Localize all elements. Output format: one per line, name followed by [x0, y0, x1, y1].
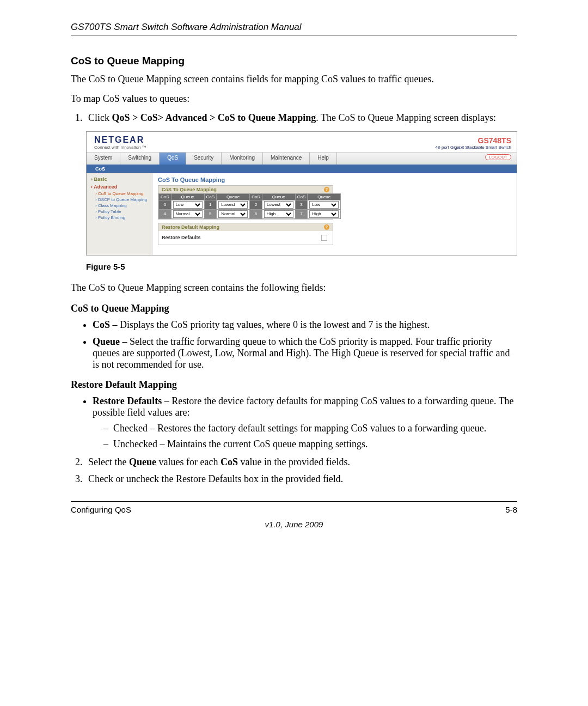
help-icon[interactable]: ? — [324, 187, 329, 192]
page-header: GS700TS Smart Switch Software Administra… — [71, 22, 517, 33]
cos-2-queue-select[interactable]: Lowest — [264, 201, 293, 209]
screenshot-tabs: System Switching QoS Security Monitoring… — [87, 152, 517, 165]
restore-defaults-label: Restore Defaults — [158, 231, 284, 245]
dash-unchecked: Unchecked – Maintains the current CoS qu… — [103, 439, 517, 450]
intro-paragraph-1: The CoS to Queue Mapping screen contains… — [71, 72, 517, 86]
panel-cos-mapping-title: CoS To Queue Mapping — [162, 187, 217, 192]
bullet-restore-defaults: Restore Defaults – Restore the device fa… — [93, 395, 517, 450]
cos-6-label: 6 — [250, 209, 262, 218]
figure-caption: Figure 5-5 — [86, 262, 517, 271]
cos-0-queue-select[interactable]: Low — [173, 201, 203, 209]
section-title: CoS to Queue Mapping — [71, 55, 517, 67]
cos-4-label: 4 — [159, 209, 171, 218]
step-3: Check or uncheck the Restore Defaults bo… — [85, 473, 517, 485]
screenshot-figure: NETGEAR Connect with Innovation ™ GS748T… — [86, 131, 517, 255]
logout-button[interactable]: LOGOUT — [485, 154, 511, 160]
header-rule — [71, 35, 517, 35]
cos-1-label: 1 — [204, 200, 217, 209]
bullet-queue: Queue – Select the traffic forwarding qu… — [93, 336, 517, 370]
screenshot-sidebar: › Basic › Advanced › CoS to Queue Mappin… — [87, 173, 152, 255]
tab-qos[interactable]: QoS — [160, 153, 186, 165]
screenshot-topbar: NETGEAR Connect with Innovation ™ GS748T… — [87, 132, 517, 152]
cos-3-label: 3 — [295, 200, 308, 209]
sidebar-item-dscp-to-queue[interactable]: › DSCP to Queue Mapping — [87, 197, 152, 203]
footer-rule — [71, 501, 517, 502]
brand-tagline: Connect with Innovation ™ — [94, 145, 146, 150]
sidebar-group-advanced[interactable]: › Advanced — [87, 183, 152, 191]
tab-help[interactable]: Help — [310, 153, 337, 165]
sidebar-item-policy-binding[interactable]: › Policy Binding — [87, 215, 152, 221]
footer-center: v1.0, June 2009 — [71, 520, 517, 529]
subhead-cos-mapping: CoS to Queue Mapping — [71, 302, 517, 315]
sidebar-item-policy-table[interactable]: › Policy Table — [87, 209, 152, 215]
subhead-restore-default: Restore Default Mapping — [71, 378, 517, 391]
step-2: Select the Queue values for each CoS val… — [85, 457, 517, 468]
panel-restore-defaults: Restore Default Mapping ? Restore Defaul… — [158, 223, 333, 245]
cos-1-queue-select[interactable]: Lowest — [218, 201, 248, 209]
dash-checked: Checked – Restores the factory default s… — [103, 423, 517, 434]
intro-paragraph-2: To map CoS values to queues: — [71, 92, 517, 105]
footer-right: 5-8 — [505, 505, 517, 514]
cos-7-label: 7 — [295, 209, 308, 218]
cos-0-label: 0 — [159, 200, 171, 209]
help-icon[interactable]: ? — [324, 224, 329, 230]
brand-logo: NETGEAR — [94, 135, 146, 145]
sidebar-group-basic[interactable]: › Basic — [87, 175, 152, 183]
tab-maintenance[interactable]: Maintenance — [263, 153, 310, 165]
panel-restore-title: Restore Default Mapping — [162, 224, 219, 230]
sidebar-item-class-mapping[interactable]: › Class Mapping — [87, 203, 152, 209]
product-name: GS748TS — [435, 136, 511, 145]
restore-defaults-checkbox[interactable] — [321, 234, 328, 241]
cos-7-queue-select[interactable]: High — [309, 210, 339, 218]
cos-5-label: 5 — [204, 209, 217, 218]
footer-left: Configuring QoS — [71, 505, 131, 514]
tab-security[interactable]: Security — [186, 153, 222, 165]
product-subtitle: 48-port Gigabit Stackable Smart Switch — [435, 145, 511, 150]
tab-switching[interactable]: Switching — [120, 153, 160, 165]
cos-6-queue-select[interactable]: High — [264, 210, 293, 218]
bullet-cos: CoS – Displays the CoS priority tag valu… — [93, 319, 517, 331]
subtab-cos[interactable]: CoS — [87, 165, 517, 173]
tab-monitoring[interactable]: Monitoring — [222, 153, 263, 165]
sidebar-item-cos-to-queue[interactable]: › CoS to Queue Mapping — [87, 191, 152, 197]
cos-5-queue-select[interactable]: Normal — [218, 210, 248, 218]
after-figure-text: The CoS to Queue Mapping screen contains… — [71, 281, 517, 294]
step-1: Click QoS > CoS> Advanced > CoS to Queue… — [85, 112, 517, 124]
screenshot-main-title: CoS To Queue Mapping — [158, 176, 511, 183]
cos-mapping-table: CoSQueue CoSQueue CoSQueue CoSQueue 0 Lo… — [158, 193, 341, 219]
cos-3-queue-select[interactable]: Low — [309, 201, 339, 209]
cos-4-queue-select[interactable]: Normal — [173, 210, 203, 218]
cos-2-label: 2 — [250, 200, 262, 209]
tab-system[interactable]: System — [87, 153, 120, 165]
panel-cos-mapping: CoS To Queue Mapping ? CoSQueue CoSQueue… — [158, 185, 333, 220]
